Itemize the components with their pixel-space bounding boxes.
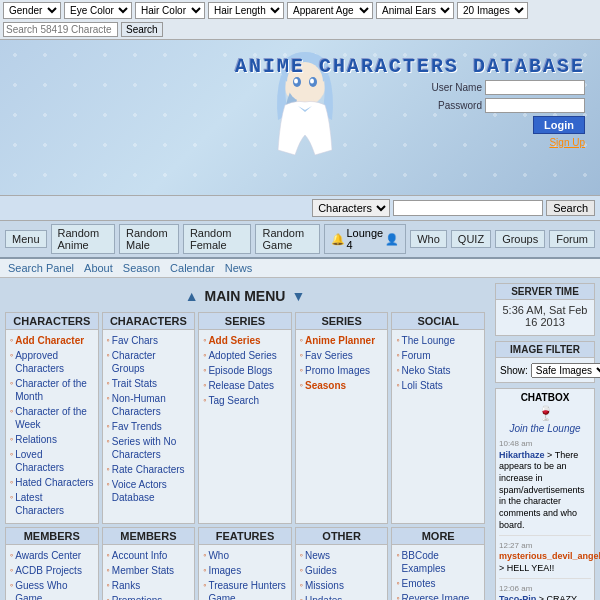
animal-ears-filter[interactable]: Animal Ears xyxy=(376,2,454,19)
server-time-value: 5:36 AM, Sat Feb 16 2013 xyxy=(500,304,590,328)
menu-treasure-hunters[interactable]: ◦ Treasure Hunters Game xyxy=(203,579,287,600)
nav-groups[interactable]: Groups xyxy=(495,230,545,248)
menu-news[interactable]: ◦ News xyxy=(300,549,384,562)
nav-forum[interactable]: Forum xyxy=(549,230,595,248)
password-input[interactable] xyxy=(485,98,585,113)
menu-tag-search[interactable]: ◦ Tag Search xyxy=(203,394,287,407)
menu-char-month[interactable]: ◦ Character of the Month xyxy=(10,377,94,403)
menu-release-dates[interactable]: ◦ Release Dates xyxy=(203,379,287,392)
menu-the-lounge[interactable]: ◦ The Lounge xyxy=(396,334,480,347)
bullet-icon: ◦ xyxy=(396,350,399,360)
images-filter[interactable]: 20 Images xyxy=(457,2,528,19)
character-search-button[interactable]: Search xyxy=(546,200,595,216)
character-search-main[interactable] xyxy=(393,200,543,216)
character-search-input[interactable] xyxy=(3,22,118,37)
menu-loved-chars[interactable]: ◦ Loved Characters xyxy=(10,448,94,474)
menu-images[interactable]: ◦ Images xyxy=(203,564,287,577)
menu-fav-chars[interactable]: ◦ Fav Chars xyxy=(107,334,191,347)
menu-awards-center[interactable]: ◦ Awards Center xyxy=(10,549,94,562)
lounge-bell-icon: 🔔 xyxy=(331,233,345,246)
series-title-1: SERIES xyxy=(199,313,291,330)
menu-char-week[interactable]: ◦ Character of the Week xyxy=(10,405,94,431)
nav-quiz[interactable]: QUIZ xyxy=(451,230,491,248)
menu-voice-actors[interactable]: ◦ Voice Actors Database xyxy=(107,478,191,504)
nav-random-male[interactable]: Random Male xyxy=(119,224,179,254)
nav-who[interactable]: Who xyxy=(410,230,447,248)
menu-series-no-chars[interactable]: ◦ Series with No Characters xyxy=(107,435,191,461)
chat-user-2[interactable]: mysterious_devil_angel xyxy=(499,551,600,561)
menu-add-character[interactable]: ◦ Add Character xyxy=(10,334,94,347)
menu-adopted-series[interactable]: ◦ Adopted Series xyxy=(203,349,287,362)
features-title: FEATURES xyxy=(199,528,291,545)
menu-guides[interactable]: ◦ Guides xyxy=(300,564,384,577)
nav-random-anime[interactable]: Random Anime xyxy=(51,224,115,254)
menu-acdb-projects[interactable]: ◦ ACDB Projects xyxy=(10,564,94,577)
menu-who[interactable]: ◦ Who xyxy=(203,549,287,562)
menu-relations[interactable]: ◦ Relations xyxy=(10,433,94,446)
menu-add-series[interactable]: ◦ Add Series xyxy=(203,334,287,347)
bullet-icon: ◦ xyxy=(300,580,303,590)
subnav-news[interactable]: News xyxy=(222,261,256,275)
menu-char-groups[interactable]: ◦ Character Groups xyxy=(107,349,191,375)
bullet-icon: ◦ xyxy=(300,350,303,360)
join-lounge-link[interactable]: Join the Lounge xyxy=(499,423,591,434)
filter-search-button[interactable]: Search xyxy=(121,22,163,37)
menu-episode-blogs[interactable]: ◦ Episode Blogs xyxy=(203,364,287,377)
nav-menu[interactable]: Menu xyxy=(5,230,47,248)
menu-promo-images[interactable]: ◦ Promo Images xyxy=(300,364,384,377)
chat-message-3: 12:06 am Taco-Pip > CRAZY HOUR^^ xyxy=(499,583,591,600)
menu-loli-stats[interactable]: ◦ Loli Stats xyxy=(396,379,480,392)
nav-lounge[interactable]: 🔔 Lounge 4 👤 xyxy=(324,224,407,254)
username-input[interactable] xyxy=(485,80,585,95)
age-filter[interactable]: Apparent Age xyxy=(287,2,373,19)
menu-forum[interactable]: ◦ Forum xyxy=(396,349,480,362)
menu-seasons[interactable]: ◦ Seasons xyxy=(300,379,384,392)
menu-reverse-image[interactable]: ◦ Reverse Image xyxy=(396,592,480,600)
menu-guess-who[interactable]: ◦ Guess Who Game xyxy=(10,579,94,600)
menu-rate-chars[interactable]: ◦ Rate Characters xyxy=(107,463,191,476)
social-section: SOCIAL ◦ The Lounge ◦ Forum ◦ Neko Stats… xyxy=(391,312,485,524)
menu-account-info[interactable]: ◦ Account Info xyxy=(107,549,191,562)
signup-link[interactable]: Sign Up xyxy=(549,137,585,148)
character-type-select[interactable]: Characters xyxy=(312,199,390,217)
eye-color-filter[interactable]: Eye Color xyxy=(64,2,132,19)
chat-user-3[interactable]: Taco-Pip xyxy=(499,594,536,600)
chat-text-2: > HELL YEA!! xyxy=(499,563,554,573)
bullet-icon: ◦ xyxy=(396,365,399,375)
nav-random-female[interactable]: Random Female xyxy=(183,224,252,254)
subnav-search-panel[interactable]: Search Panel xyxy=(5,261,77,275)
show-label: Show: xyxy=(500,365,528,376)
menu-anime-planner[interactable]: ◦ Anime Planner xyxy=(300,334,384,347)
menu-member-stats[interactable]: ◦ Member Stats xyxy=(107,564,191,577)
bullet-icon: ◦ xyxy=(300,565,303,575)
menu-fav-trends[interactable]: ◦ Fav Trends xyxy=(107,420,191,433)
gender-filter[interactable]: Gender xyxy=(3,2,61,19)
image-filter-select[interactable]: Safe Images xyxy=(531,363,600,378)
hair-length-filter[interactable]: Hair Length xyxy=(208,2,284,19)
menu-nonhuman-chars[interactable]: ◦ Non-Human Characters xyxy=(107,392,191,418)
bullet-icon: ◦ xyxy=(10,335,13,345)
menu-hated-chars[interactable]: ◦ Hated Characters xyxy=(10,476,94,489)
hair-color-filter[interactable]: Hair Color xyxy=(135,2,205,19)
bullet-icon: ◦ xyxy=(10,550,13,560)
nav-random-game[interactable]: Random Game xyxy=(255,224,319,254)
menu-trait-stats[interactable]: ◦ Trait Stats xyxy=(107,377,191,390)
menu-updates[interactable]: ◦ Updates xyxy=(300,594,384,600)
menu-fav-series[interactable]: ◦ Fav Series xyxy=(300,349,384,362)
menu-promotions[interactable]: ◦ Promotions xyxy=(107,594,191,600)
menu-neko-stats[interactable]: ◦ Neko Stats xyxy=(396,364,480,377)
subnav-about[interactable]: About xyxy=(81,261,116,275)
login-button[interactable]: Login xyxy=(533,116,585,134)
bullet-icon: ◦ xyxy=(107,436,110,446)
menu-approved-chars[interactable]: ◦ Approved Characters xyxy=(10,349,94,375)
server-time-title: SERVER TIME xyxy=(496,284,594,300)
menu-ranks[interactable]: ◦ Ranks xyxy=(107,579,191,592)
menu-emotes[interactable]: ◦ Emotes xyxy=(396,577,480,590)
menu-latest-chars[interactable]: ◦ Latest Characters xyxy=(10,491,94,517)
chat-user-1[interactable]: Hikarthaze xyxy=(499,450,545,460)
bullet-icon: ◦ xyxy=(203,365,206,375)
menu-missions[interactable]: ◦ Missions xyxy=(300,579,384,592)
menu-bbcode[interactable]: ◦ BBCode Examples xyxy=(396,549,480,575)
subnav-season[interactable]: Season xyxy=(120,261,163,275)
subnav-calendar[interactable]: Calendar xyxy=(167,261,218,275)
